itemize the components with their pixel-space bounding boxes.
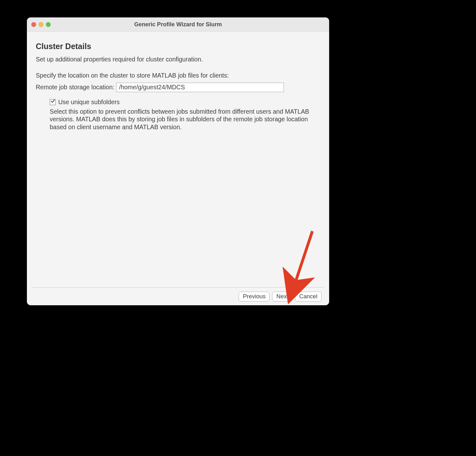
location-label: Remote job storage location: <box>36 84 114 91</box>
next-button[interactable]: Next <box>272 292 292 301</box>
close-icon[interactable] <box>31 22 36 27</box>
zoom-icon[interactable] <box>46 22 51 27</box>
wizard-window: Generic Profile Wizard for Slurm Cluster… <box>27 17 329 305</box>
content-area: Cluster Details Set up additional proper… <box>27 32 329 287</box>
page-heading: Cluster Details <box>36 42 320 51</box>
minimize-icon[interactable] <box>39 22 43 27</box>
footer: Previous Next Cancel <box>27 288 329 305</box>
window-title: Generic Profile Wizard for Slurm <box>27 21 329 28</box>
unique-subfolders-label: Use unique subfolders <box>58 98 120 106</box>
remote-job-storage-input[interactable] <box>116 83 284 92</box>
titlebar: Generic Profile Wizard for Slurm <box>27 17 329 32</box>
intro-text: Set up additional properties required fo… <box>36 55 320 63</box>
location-prompt: Specify the location on the cluster to s… <box>36 72 320 79</box>
cancel-button[interactable]: Cancel <box>295 292 322 301</box>
unique-subfolders-row[interactable]: Use unique subfolders <box>50 98 320 106</box>
previous-button[interactable]: Previous <box>239 292 270 301</box>
unique-subfolders-checkbox[interactable] <box>50 99 56 105</box>
unique-subfolders-description: Select this option to prevent conflicts … <box>50 108 309 131</box>
traffic-lights <box>31 22 51 27</box>
location-field-row: Remote job storage location: <box>36 83 320 92</box>
